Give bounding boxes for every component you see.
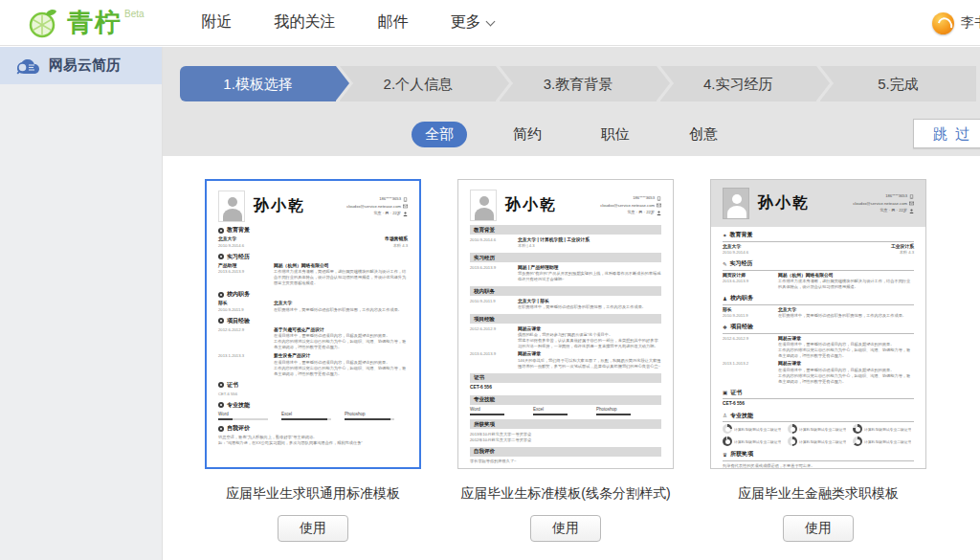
campus-date: 2010.9-2011.9	[723, 313, 772, 319]
certificate-icon: ▣	[723, 390, 727, 395]
edu-date: 2010.9-2014.6	[470, 237, 512, 250]
section-title: 自我评价	[227, 424, 250, 433]
resume2-campus-title: 校内职务	[470, 286, 661, 296]
resume3-campus-section: ♟校内职务 部长2010.9-2011.9 北京大学在职责描述中，简要概括说明你…	[723, 294, 914, 319]
person-small-icon	[403, 212, 408, 216]
education-icon: ✦	[723, 233, 727, 238]
logo[interactable]: 青柠 Beta	[27, 7, 145, 39]
campus-date: 2010.9-2011.9	[218, 307, 268, 313]
template-card-line-style[interactable]: 孙小乾 186****3653 cloudxx@service.netease.…	[457, 179, 674, 469]
resume-meta: 北京 · 男 · 22岁	[627, 209, 655, 216]
sidebar-item-cloud-resume[interactable]: 网易云简历	[0, 47, 162, 84]
tab-position[interactable]: 职位	[588, 122, 643, 147]
avatar-placeholder	[470, 190, 497, 221]
resume-email: cloudxx@service.netease.com	[346, 203, 401, 211]
template-caption: 应届毕业生求职通用标准模板	[226, 485, 400, 503]
template-card-standard[interactable]: 孙小乾 186****3653 cloudxx@service.netease.…	[205, 179, 421, 469]
resume-name: 孙小乾	[758, 193, 810, 213]
resume1-campus-section: 校内职务 部长2010.9-2011.9 北京大学在职责描述中，简要概括说明你职…	[218, 290, 408, 313]
wizard-step-4-internship[interactable]: 4.实习经历	[660, 66, 816, 101]
resume-preview-3: 孙小乾 186****3653 cloudxx@service.netease.…	[711, 180, 925, 468]
user-account[interactable]: 李书	[932, 0, 980, 46]
logo-beta-badge: Beta	[124, 9, 145, 19]
skill-ring-chart	[853, 437, 862, 446]
avatar-placeholder	[723, 188, 749, 219]
skip-button[interactable]: 跳 过	[913, 119, 980, 148]
internship-icon	[218, 254, 224, 259]
resume1-education-section: 教育背景 北京大学2010.9-2014.6 市场营销系本科 4.3	[218, 226, 408, 249]
skill-bar	[345, 418, 394, 421]
resume1-selfeval-section: 自我评价 切忌空话，避免“为人积极向上，勤奋好学”等主观词语。 如：“沟通能力强…	[218, 424, 408, 446]
skill-bar	[596, 414, 631, 415]
project-date: 2013.1-2013.3	[218, 353, 268, 359]
resume1-cert-section: 证书 CET-6 556	[218, 381, 408, 397]
cert-text: CET-6 556	[723, 401, 914, 408]
wizard-step-2-personal[interactable]: 2.个人信息	[340, 66, 496, 101]
project-desc: 在项目描述中，需要概括说明项目内容，目标及期望达到的效果。	[274, 360, 408, 366]
resume2-header: 孙小乾 186****3653 cloudxx@service.netease.…	[470, 190, 661, 221]
logo-text: 青柠	[67, 7, 122, 39]
nav-item-nearby[interactable]: 附近	[202, 12, 233, 33]
template-card-finance[interactable]: 孙小乾 186****3653 cloudxx@service.netease.…	[710, 179, 926, 469]
ring-label: 计算机等级测试专业二级证书	[734, 427, 781, 432]
resume-contacts: 186****3653 cloudxx@service.netease.com …	[853, 192, 914, 214]
lime-logo-icon	[27, 7, 59, 39]
resume3-intern-section: ✎实习经历 网页设计师2013.6-2013.9 网易（杭州）网络有限公司工作描…	[723, 259, 914, 290]
resume-name: 孙小乾	[505, 195, 557, 215]
cloud-search-icon	[15, 57, 40, 75]
user-name: 李书	[961, 14, 980, 32]
use-template-button[interactable]: 使用	[783, 515, 854, 542]
resume-contacts: 186****3653 cloudxx@service.netease.com …	[346, 195, 408, 217]
section-title: 实习经历	[227, 253, 250, 261]
project-desc: 工作内容的描述以突出自己的能力为中心，如组织、沟通、协调能力等，避免主观词语，理…	[274, 366, 408, 377]
resume1-header: 孙小乾 186****3653 cloudxx@service.netease.…	[218, 190, 408, 222]
skill-name: Excel	[281, 412, 331, 416]
use-template-button[interactable]: 使用	[530, 515, 601, 542]
skill-ring-chart	[788, 424, 797, 434]
person-icon	[724, 189, 748, 218]
project-line: 146天的奋战后，我们终于可以和大家见面了，欣慰，和网易云简历这段让大家慢慢培养…	[518, 358, 661, 370]
cert-text: CET-6 556	[218, 392, 408, 397]
phone-icon	[657, 196, 661, 201]
resume3-skills-section: ♙专业技能 计算机等级测试专业二级证书 计算机等级测试专业二级证书 计算机等级测…	[723, 412, 914, 447]
skill-name: Excel	[533, 407, 583, 412]
section-title: 教育背景	[227, 226, 250, 235]
resume1-skills-section: 专业技能 Word Excel Photoshop	[218, 401, 408, 421]
section-title: 校内职务	[227, 290, 250, 299]
template-column-2: 孙小乾 186****3653 cloudxx@service.netease.…	[457, 179, 674, 560]
nav-item-mail[interactable]: 邮件	[378, 12, 409, 33]
tab-simple[interactable]: 简约	[500, 122, 555, 147]
intern-desc: 工作描述力求本身清晰，简明扼要，进行网页端模块的解决与设计工作，结合不同行业的具…	[274, 269, 408, 286]
skill-ring-chart	[788, 437, 797, 446]
tab-creative[interactable]: 创意	[676, 122, 731, 147]
edu-date: 2010.9-2014.6	[723, 250, 748, 256]
tab-all[interactable]: 全部	[412, 122, 467, 147]
use-template-button[interactable]: 使用	[278, 515, 348, 542]
phone-icon	[403, 197, 408, 202]
edu-line: 本科 | 4.3	[518, 243, 661, 249]
template-caption: 应届毕业生标准模板(线条分割样式)	[460, 485, 670, 503]
wizard-step-1-template[interactable]: 1.模板选择	[180, 66, 336, 101]
edu-degree: 本科 4.3	[891, 250, 914, 256]
nav-item-more-label: 更多	[451, 12, 481, 33]
step-wizard: 1.模板选择 2.个人信息 3.教育背景 4.实习经历 5.完成	[180, 66, 980, 101]
skill-bar	[470, 414, 504, 415]
intern-desc: 工作描述力求本身清晰，进行网页端模块的解决与设计工作，结合不同行业的具体特点，设…	[778, 279, 914, 290]
certificate-icon	[218, 382, 224, 388]
nav-item-following[interactable]: 我的关注	[275, 12, 336, 33]
award-line: 列举有代表性的奖项或成绩证明，不要羞于写出来。	[723, 463, 914, 469]
skill-name: Photoshop	[596, 407, 646, 412]
chevron-down-icon	[485, 16, 495, 26]
resume3-project-section: ❖项目经验 2012.6-2012.9 网易云课堂在项目描述中，需要概括说明项目…	[723, 323, 914, 385]
person-icon	[219, 191, 244, 221]
project-date: 2012.6-2012.9	[723, 336, 772, 342]
campus-desc: 在职责描述中，简要概括说明你职务的职责范围，工作内容及工作成果。	[274, 307, 408, 313]
skill-bar	[533, 414, 568, 415]
top-header: 青柠 Beta 附近 我的关注 邮件 更多 李书	[0, 0, 980, 46]
resume-phone: 186****3653	[885, 192, 907, 200]
wizard-step-5-finish[interactable]: 5.完成	[820, 66, 976, 101]
nav-item-more[interactable]: 更多	[451, 12, 494, 33]
wizard-step-3-education[interactable]: 3.教育背景	[500, 66, 656, 101]
section-title: 所获奖项	[730, 450, 753, 459]
resume-contacts: 186****3653 cloudxx@service.netease.com …	[600, 194, 661, 216]
